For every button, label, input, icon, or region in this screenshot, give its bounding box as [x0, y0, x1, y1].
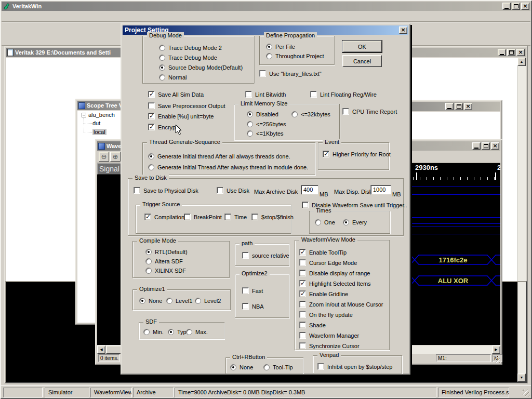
close-button[interactable]: × — [464, 103, 472, 110]
save-preprocessor-checkbox[interactable]: Save Preprocessor Output — [148, 102, 225, 109]
radio-option[interactable]: One — [315, 219, 335, 225]
zoom-in-icon[interactable]: ⊕ — [110, 152, 121, 162]
max-archive-disk-input[interactable]: 400 — [301, 185, 318, 195]
zoom-out-icon[interactable]: ⊖ — [99, 152, 109, 162]
radio-icon — [247, 121, 253, 127]
radio-icon — [315, 219, 321, 225]
checkbox-label: Enable [%u] unit=byte — [158, 113, 214, 119]
radio-option-1k[interactable]: <=1Kbytes — [247, 130, 284, 137]
dialog-close-icon[interactable]: × — [399, 26, 407, 34]
radio-option[interactable]: Source Debug Mode(Default) — [159, 64, 254, 71]
radio-option[interactable]: Generate Initial thread After all always… — [148, 153, 315, 159]
use-library-files-checkbox[interactable]: Use "library_files.txt" — [259, 70, 322, 77]
checkbox-option[interactable]: Compilation — [144, 214, 184, 220]
source-relative-checkbox[interactable]: source relative — [242, 252, 289, 259]
checkbox-option[interactable]: On the fly update — [299, 311, 389, 318]
use-disk-checkbox[interactable]: Use Disk — [217, 187, 249, 194]
checkbox-option[interactable]: Time — [224, 214, 247, 220]
radio-option[interactable]: Normal — [159, 74, 254, 81]
checkbox-option[interactable]: $stop/$finish — [251, 214, 294, 220]
checkbox-label: Higher Priority for Root — [332, 151, 391, 157]
scroll-left-icon[interactable]: ◀ — [97, 345, 105, 354]
higher-priority-checkbox[interactable]: Higher Priority for Root — [323, 151, 391, 157]
maximize-button[interactable] — [455, 103, 463, 110]
radio-option[interactable]: Trace Debug Mode 2 — [159, 45, 254, 51]
radio-option[interactable]: None — [139, 298, 162, 304]
app-logo-icon — [3, 2, 11, 10]
close-button[interactable]: × — [516, 49, 525, 56]
radio-option[interactable]: Altera SDF — [145, 258, 229, 264]
tree-node-dut[interactable]: dut — [92, 120, 100, 126]
timeline-label-right: 2 — [497, 164, 500, 171]
radio-option[interactable]: Tool-Tip — [263, 364, 293, 370]
checkbox-option[interactable]: Synchronize Cursor — [299, 342, 389, 349]
radio-option[interactable]: Level2 — [195, 298, 221, 304]
cpu-time-report-checkbox[interactable]: CPU Time Report — [342, 108, 397, 115]
tree-node-local-selected[interactable]: local — [92, 129, 107, 135]
maximize-button[interactable] — [482, 142, 490, 150]
console-vscrollbar[interactable]: ▼ — [517, 282, 526, 382]
checkbox-option[interactable]: Zoom in/out at Mouse Cursor — [299, 301, 389, 308]
radio-option-256[interactable]: <=256bytes — [247, 121, 286, 127]
maximize-button[interactable] — [507, 49, 515, 56]
fast-checkbox[interactable]: Fast — [242, 287, 263, 294]
radio-option[interactable]: Throughout Project — [266, 53, 334, 59]
close-button[interactable]: × — [521, 3, 529, 10]
radio-option[interactable]: Per File — [266, 44, 334, 50]
signal-column-header[interactable]: Signal — [97, 163, 122, 175]
group-legend: Limit Memory Size — [238, 100, 289, 107]
save-all-sim-data-checkbox[interactable]: Save All Sim Data — [148, 91, 204, 98]
resize-grip[interactable] — [523, 390, 529, 396]
maximize-button[interactable] — [512, 3, 520, 10]
minimize-button[interactable] — [445, 103, 454, 110]
checkbox-label: Disable display of range — [309, 270, 370, 276]
scroll-right-icon[interactable]: ▶ — [492, 345, 500, 354]
radio-option[interactable]: None — [230, 364, 253, 370]
radio-option[interactable]: Typ — [168, 329, 187, 335]
tree-expander-icon[interactable] — [82, 113, 86, 117]
max-disp-disk-input[interactable]: 1000 — [370, 185, 391, 195]
checkbox-icon — [342, 108, 349, 115]
nba-checkbox[interactable]: NBA — [242, 303, 264, 310]
checkbox-option[interactable]: Waveform Manager — [299, 332, 389, 339]
ok-button[interactable]: OK — [342, 41, 382, 52]
radio-option[interactable]: Min. — [143, 329, 164, 335]
checkbox-option[interactable]: Enable ToolTip — [299, 249, 389, 256]
checkbox-option[interactable]: Enable Gridline — [299, 290, 389, 297]
checkbox-option[interactable]: Cursor Edge Mode — [299, 259, 389, 266]
radio-option[interactable]: Level1 — [166, 298, 192, 304]
inhibit-open-checkbox[interactable]: Inhibit open by $stop/step — [317, 363, 392, 370]
resize-grip[interactable] — [494, 356, 500, 363]
tree-node-root[interactable]: alu_bench — [88, 112, 115, 118]
lint-floating-checkbox[interactable]: Lint Floating Reg/Wire — [310, 91, 377, 98]
checkbox-option[interactable]: BreakPoint — [184, 214, 222, 220]
checkbox-label: Lint Bitwidth — [255, 91, 286, 98]
radio-option[interactable]: Trace Debug Mode — [159, 55, 254, 61]
radio-label: Per File — [275, 44, 295, 50]
main-titlebar[interactable]: VeritakWin × — [2, 2, 530, 11]
radio-option[interactable]: Max. — [186, 329, 208, 335]
checkbox-option[interactable]: Disable display of range — [299, 270, 389, 276]
minimize-button[interactable] — [498, 49, 506, 56]
radio-option-disabled[interactable]: Disabled — [247, 111, 278, 117]
save-physical-disk-checkbox[interactable]: Save to Physical Disk — [134, 187, 198, 194]
checkbox-label: Time — [234, 214, 247, 220]
radio-option-32k[interactable]: <=32kbytes — [291, 111, 330, 117]
radio-option[interactable]: Every — [343, 219, 367, 225]
close-button[interactable]: × — [491, 142, 499, 150]
scroll-down-icon[interactable]: ▼ — [517, 374, 526, 382]
radio-option[interactable]: Generate Initial Thread After always thr… — [148, 164, 315, 170]
minimize-button[interactable] — [472, 142, 481, 150]
cancel-button[interactable]: Cancel — [342, 55, 382, 67]
encrypt-checkbox[interactable]: Encrypt — [148, 124, 177, 130]
radio-option[interactable]: XILINX SDF — [145, 268, 229, 274]
minimize-button[interactable] — [502, 3, 511, 10]
group-legend: WaveformView Mode — [299, 236, 357, 243]
scroll-up-icon[interactable]: ▲ — [517, 58, 526, 66]
enable-u-unit-checkbox[interactable]: Enable [%u] unit=byte — [148, 113, 214, 119]
checkbox-option[interactable]: Shade — [299, 322, 389, 328]
checkbox-option[interactable]: Highlight Selected Items — [299, 280, 389, 287]
lint-bitwidth-checkbox[interactable]: Lint Bitwidth — [245, 91, 286, 98]
checkbox-icon — [242, 287, 249, 294]
radio-option[interactable]: RTL(Default) — [145, 249, 229, 255]
